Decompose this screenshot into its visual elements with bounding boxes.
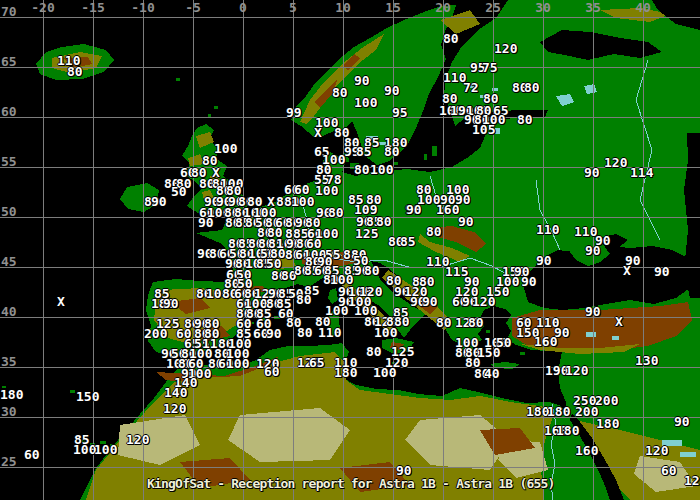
lon-tick-label: 10: [335, 2, 351, 14]
lat-tick-label: 50: [1, 206, 17, 218]
dish-size-label: 100: [226, 358, 249, 369]
dish-size-label: 105: [472, 124, 495, 135]
dish-size-label: 80: [376, 216, 392, 227]
dish-size-label: 90: [585, 306, 601, 317]
lat-tick-label: 60: [1, 106, 17, 118]
dish-size-label: 200: [575, 406, 598, 417]
dish-size-label: 200: [144, 328, 167, 339]
dish-size-label: 114: [630, 167, 653, 178]
dish-size-label: 60: [264, 366, 280, 377]
dish-size-label: 80: [468, 317, 484, 328]
lat-tick-label: 65: [1, 56, 17, 68]
dish-size-label: 60: [294, 184, 310, 195]
gotland-island: [432, 146, 437, 156]
lat-tick-label: 35: [1, 356, 17, 368]
dish-size-label: 125: [355, 228, 378, 239]
dish-size-label: 120: [126, 434, 149, 445]
lon-tick-label: 40: [635, 2, 651, 14]
lon-tick-label: 15: [385, 2, 401, 14]
dish-size-label: 160: [534, 336, 557, 347]
dish-size-label: 180: [526, 406, 549, 417]
dish-size-label: 80: [297, 327, 313, 338]
dish-size-label: 78: [326, 174, 342, 185]
dish-size-label: 85: [400, 236, 416, 247]
lon-tick-label: 0: [239, 2, 247, 14]
dish-size-label: 100: [94, 444, 117, 455]
dish-size-label: 99: [286, 107, 302, 118]
lat-tick-label: 30: [1, 406, 17, 418]
dish-size-label: 160: [575, 445, 598, 456]
dish-size-label: 180: [596, 418, 619, 429]
lat-tick-label: 45: [1, 256, 17, 268]
reception-map-screen: -20-15-10-505101520253035407065605550454…: [0, 0, 700, 500]
reception-x-marker: X: [57, 296, 65, 307]
dish-size-label: 90: [585, 245, 601, 256]
dish-size-label: 60: [24, 449, 40, 460]
dish-size-label: 120: [645, 445, 668, 456]
dish-size-label: 100: [291, 196, 314, 207]
lon-tick-label: 25: [485, 2, 501, 14]
dish-size-label: 100: [354, 97, 377, 108]
dish-size-label: 110: [318, 327, 341, 338]
dish-size-label: 100: [374, 327, 397, 338]
dish-size-label: 90: [384, 85, 400, 96]
dish-size-label: 180: [0, 389, 23, 400]
dish-size-label: 160: [436, 204, 459, 215]
reception-caption: KingOfSat - Reception report for Astra 1…: [147, 476, 555, 491]
shetland-island: [214, 106, 218, 109]
reception-x-marker: X: [314, 127, 322, 138]
reception-x-marker: X: [615, 316, 623, 327]
dish-size-label: 80: [67, 66, 83, 77]
dish-size-label: 80: [426, 226, 442, 237]
dish-size-label: 100: [373, 367, 396, 378]
dish-size-label: 65: [309, 357, 325, 368]
oland-island: [424, 154, 427, 160]
dish-size-label: 150: [76, 391, 99, 402]
dish-size-label: 100: [73, 444, 96, 455]
lon-tick-label: 30: [535, 2, 551, 14]
dish-size-label: 90: [396, 465, 412, 476]
faroe-island: [176, 78, 180, 81]
orkney-island: [208, 114, 211, 117]
turkish-lake-1: [586, 332, 596, 337]
dish-size-label: 90: [406, 204, 422, 215]
lat-tick-label: 25: [1, 456, 17, 468]
dish-size-label: 80: [296, 294, 312, 305]
dish-size-label: 180: [334, 367, 357, 378]
dish-size-label: 40: [484, 368, 500, 379]
dish-size-label: 95: [392, 107, 408, 118]
lon-tick-label: 35: [585, 2, 601, 14]
dish-size-label: 50: [171, 186, 187, 197]
dish-size-label: 180: [556, 425, 579, 436]
dish-size-label: 90: [584, 167, 600, 178]
lon-tick-label: -15: [81, 2, 104, 14]
dish-size-label: 90: [654, 266, 670, 277]
dish-size-label: 80: [517, 114, 533, 125]
reception-x-marker: X: [623, 265, 631, 276]
persian-gulf-edge-2: [680, 452, 696, 457]
dish-size-label: 120: [684, 475, 700, 486]
dish-size-label: 110: [574, 226, 597, 237]
dish-size-label: 80: [384, 146, 400, 157]
dish-size-label: 80: [328, 207, 344, 218]
lon-tick-label: 5: [289, 2, 297, 14]
dish-size-label: 72: [463, 82, 479, 93]
dish-size-label: 80: [436, 317, 452, 328]
dish-size-label: 90: [266, 328, 282, 339]
dish-size-label: 130: [635, 355, 658, 366]
dish-size-label: 90: [536, 255, 552, 266]
dish-size-label: 90: [163, 298, 179, 309]
dish-size-label: 110: [536, 224, 559, 235]
rhodes-island: [520, 352, 525, 355]
lat-tick-label: 70: [1, 6, 17, 18]
dish-size-label: 90: [151, 196, 167, 207]
dish-size-label: 180: [547, 406, 570, 417]
dish-size-label: 80: [524, 82, 540, 93]
dish-size-label: 120: [163, 403, 186, 414]
dish-size-label: 60: [661, 465, 677, 476]
lon-tick-label: 20: [435, 2, 451, 14]
dish-size-label: 90: [354, 75, 370, 86]
dish-size-label: 80: [364, 265, 380, 276]
lake-peipus: [495, 128, 500, 134]
dish-size-label: 140: [164, 387, 187, 398]
